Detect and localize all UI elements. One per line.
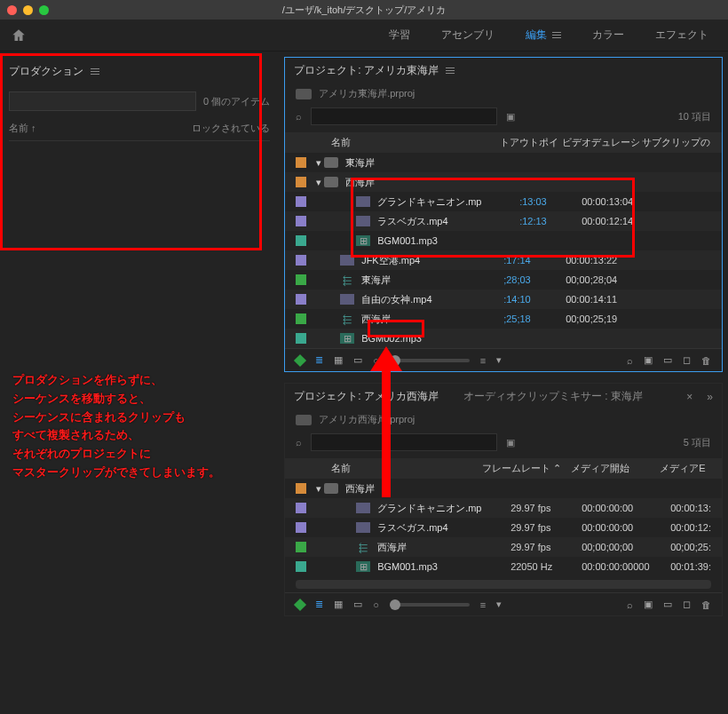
col-outpoint[interactable]: トアウトポイ	[500, 136, 562, 149]
audio-icon: ⊞	[356, 561, 370, 572]
new-bin-icon[interactable]: ▣	[644, 354, 653, 366]
label-chip[interactable]	[296, 255, 306, 266]
clear-icon[interactable]: ◻	[683, 599, 691, 610]
sort-icon[interactable]: ≡	[480, 599, 486, 610]
item-name: BGM002.mp3	[361, 333, 503, 344]
project-row[interactable]: ▾東海岸	[285, 153, 722, 172]
label-chip[interactable]	[296, 196, 306, 207]
production-panel-title: プロダクション	[9, 60, 270, 86]
project-search-input[interactable]	[311, 433, 497, 451]
new-item-icon[interactable]: ▭	[663, 354, 672, 366]
project-row[interactable]: ラスベガス.mp4:12:1300:00:12:14	[285, 211, 722, 231]
zoom-out-icon[interactable]: ○	[373, 599, 379, 610]
clip-icon	[356, 216, 370, 226]
label-chip[interactable]	[296, 216, 306, 226]
auto-sequence-icon[interactable]: ▾	[496, 354, 502, 366]
new-bin-icon[interactable]: ▣	[644, 599, 653, 610]
sort-icon[interactable]: ≡	[480, 355, 486, 366]
tab-assembly[interactable]: アセンブリ	[441, 28, 495, 43]
col-duration[interactable]: ビデオデュレーシ	[562, 136, 642, 149]
zoom-slider[interactable]	[390, 603, 470, 607]
filter-bin-icon[interactable]: ▣	[506, 437, 515, 448]
project-row[interactable]: ⬱西海岸29.97 fps00;00;00;0000;00;25:	[285, 537, 722, 557]
project-row[interactable]: 自由の女神.mp4:14:1000:00:14:11	[285, 290, 722, 309]
zoom-out-icon[interactable]: ○	[373, 355, 379, 366]
expand-arrow[interactable]: ▾	[313, 483, 324, 495]
label-chip[interactable]	[296, 561, 306, 572]
expand-arrow[interactable]: ▾	[313, 157, 324, 169]
project-row[interactable]: ⬱西海岸;25;1800;00;25;19	[285, 309, 722, 329]
maximize-window-button[interactable]	[39, 5, 49, 15]
minimize-window-button[interactable]	[23, 5, 33, 15]
col-locked[interactable]: ロックされている	[192, 122, 270, 135]
label-chip[interactable]	[296, 157, 306, 168]
col-media-start[interactable]: メディア開始	[571, 462, 660, 475]
freeform-view-icon[interactable]: ▭	[353, 599, 362, 610]
tab-menu-icon[interactable]	[552, 32, 561, 38]
project-panel-tab2[interactable]: オーディオクリップミキサー : 東海岸	[463, 389, 643, 404]
project-row[interactable]: ▾西海岸	[285, 172, 722, 192]
home-icon[interactable]	[11, 28, 27, 44]
item-media-end: 00:00:12:	[670, 522, 711, 533]
panel-close-icon[interactable]: ×	[686, 391, 692, 403]
find-icon[interactable]: ⌕	[627, 355, 633, 366]
edit-pencil-icon[interactable]	[294, 598, 306, 610]
trash-icon[interactable]: 🗑	[701, 355, 711, 366]
workspace-bar: 学習 アセンブリ 編集 カラー エフェクト	[0, 20, 728, 52]
label-chip[interactable]	[296, 483, 306, 494]
project-row[interactable]: グランドキャニオン.mp29.97 fps00:00:00:0000:00:13…	[285, 498, 722, 518]
tab-effect[interactable]: エフェクト	[655, 28, 708, 43]
panel-menu-icon[interactable]	[446, 67, 455, 74]
project-row[interactable]: ラスベガス.mp429.97 fps00:00:00:0000:00:12:	[285, 518, 722, 537]
label-chip[interactable]	[296, 313, 306, 324]
label-chip[interactable]	[296, 294, 306, 305]
col-name[interactable]: 名前 ↑	[9, 122, 192, 135]
item-name: グランドキャニオン.mp	[377, 195, 519, 209]
expand-arrow[interactable]: ▾	[313, 177, 324, 188]
label-chip[interactable]	[296, 274, 306, 285]
col-name[interactable]: 名前	[313, 462, 482, 475]
label-chip[interactable]	[296, 177, 306, 187]
list-view-icon[interactable]: ≣	[315, 599, 323, 610]
tab-learn[interactable]: 学習	[389, 28, 410, 43]
project-row[interactable]: ⬱東海岸;28;0300;00;28;04	[285, 270, 722, 290]
close-window-button[interactable]	[7, 5, 17, 15]
tab-color[interactable]: カラー	[592, 28, 624, 43]
project-panel-tab1[interactable]: プロジェクト: アメリカ西海岸	[294, 389, 439, 404]
filter-bin-icon[interactable]: ▣	[506, 111, 515, 123]
label-chip[interactable]	[296, 333, 306, 344]
project-row[interactable]: ⊞BGM001.mp322050 Hz00:00:00:0000000:01:3…	[285, 557, 722, 576]
production-search-input[interactable]	[9, 91, 196, 111]
project-search-input[interactable]	[311, 107, 497, 125]
project-row[interactable]: ⊞BGM002.mp3	[285, 329, 722, 348]
label-chip[interactable]	[296, 503, 306, 513]
col-name[interactable]: 名前	[313, 136, 500, 149]
panel-menu-icon[interactable]	[91, 68, 99, 75]
icon-view-icon[interactable]: ▦	[334, 599, 343, 610]
col-framerate[interactable]: フレームレート ⌃	[482, 462, 571, 475]
trash-icon[interactable]: 🗑	[701, 599, 711, 610]
label-chip[interactable]	[296, 522, 306, 533]
col-media-end[interactable]: メディアE	[660, 462, 711, 475]
label-chip[interactable]	[296, 235, 306, 246]
horizontal-scrollbar[interactable]	[296, 580, 711, 589]
panel-overflow-icon[interactable]: »	[707, 391, 713, 403]
project-row[interactable]: グランドキャニオン.mp:13:0300:00:13:04	[285, 192, 722, 211]
clear-icon[interactable]: ◻	[683, 354, 691, 366]
label-chip[interactable]	[296, 542, 306, 552]
list-view-icon[interactable]: ≣	[315, 354, 323, 366]
new-item-icon[interactable]: ▭	[663, 599, 672, 610]
project-row[interactable]: ⊞BGM001.mp3	[285, 231, 722, 250]
edit-pencil-icon[interactable]	[294, 353, 306, 366]
tab-edit[interactable]: 編集	[526, 28, 561, 43]
project-panel-title[interactable]: プロジェクト: アメリカ東海岸	[294, 63, 439, 78]
freeform-view-icon[interactable]: ▭	[353, 354, 362, 366]
find-icon[interactable]: ⌕	[627, 599, 633, 610]
auto-sequence-icon[interactable]: ▾	[496, 599, 502, 610]
project-row[interactable]: JFK空港.mp4:17:1400:00:13:22	[285, 250, 722, 270]
project-row[interactable]: ▾西海岸	[285, 479, 722, 498]
icon-view-icon[interactable]: ▦	[334, 354, 343, 366]
zoom-slider[interactable]	[390, 359, 470, 362]
col-subclip[interactable]: サブクリップの	[642, 136, 711, 149]
production-item-count: 0 個のアイテム	[203, 95, 270, 108]
